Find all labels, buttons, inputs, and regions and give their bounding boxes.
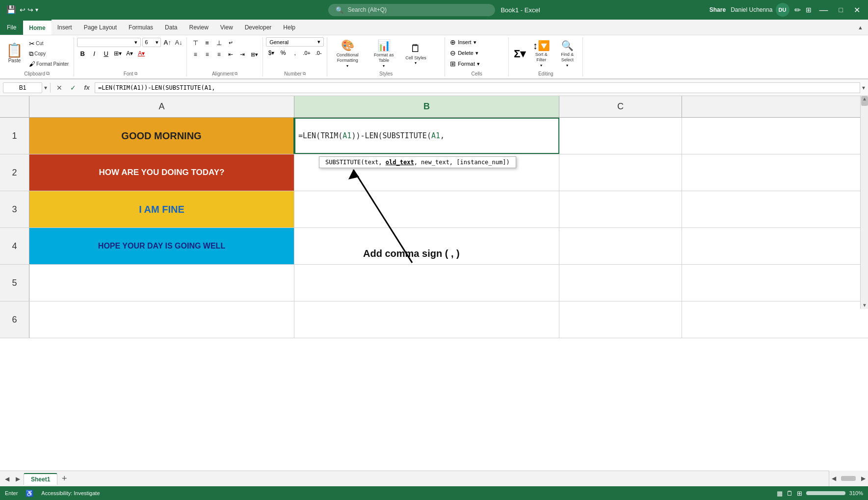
alignment-dialog-launcher[interactable]: ⧉ (235, 71, 237, 76)
delete-button[interactable]: ⊖Delete▾ (448, 48, 505, 58)
scroll-left-button[interactable]: ◀ (832, 475, 836, 482)
accounting-format-button[interactable]: $▾ (266, 48, 277, 58)
nav-prev-sheet[interactable]: ◀ (2, 474, 12, 484)
number-dialog-launcher[interactable]: ⧉ (303, 71, 306, 76)
cancel-formula-button[interactable]: ✕ (53, 82, 65, 94)
cell-ref-dropdown[interactable]: ▾ (44, 84, 47, 91)
page-break-view-button[interactable]: ⊞ (797, 490, 802, 497)
sort-filter-button[interactable]: ↕🔽 Sort & Filter ▾ (529, 38, 553, 69)
cell-c2[interactable] (559, 154, 682, 191)
cell-c4[interactable] (559, 228, 682, 264)
row-header-2[interactable]: 2 (0, 154, 29, 191)
decrease-decimal-button[interactable]: .0- (313, 48, 324, 58)
confirm-formula-button[interactable]: ✓ (67, 82, 79, 94)
formula-expand-button[interactable]: ▾ (862, 84, 865, 91)
share-button[interactable]: Share (710, 6, 726, 13)
customize-qa-icon[interactable]: ▾ (35, 6, 38, 13)
insert-function-button[interactable]: fx (81, 82, 93, 94)
tab-developer[interactable]: Developer (239, 20, 278, 35)
vertical-scrollbar[interactable]: ▲ ▼ (860, 96, 868, 309)
minimize-button[interactable]: — (816, 5, 831, 15)
undo-icon[interactable]: ↩ (20, 6, 26, 14)
number-format-dropdown[interactable]: General▾ (266, 37, 324, 47)
font-size-dropdown[interactable]: 6▾ (142, 38, 161, 47)
cell-b3[interactable] (294, 191, 559, 227)
redo-icon[interactable]: ↪ (27, 6, 33, 14)
row-header-4[interactable]: 4 (0, 228, 29, 264)
bold-button[interactable]: B (77, 48, 88, 59)
nav-next-sheet[interactable]: ▶ (13, 474, 23, 484)
tab-data[interactable]: Data (159, 20, 183, 35)
cell-b1[interactable]: =LEN(TRIM(A1))-LEN(SUBSTITUTE(A1, (294, 118, 559, 154)
align-middle-button[interactable]: ≡ (202, 37, 212, 48)
merge-cells-button[interactable]: ⊞▾ (249, 49, 260, 60)
align-right-button[interactable]: ≡ (213, 49, 224, 60)
full-screen-icon[interactable]: ⊞ (806, 6, 812, 14)
save-icon[interactable]: 💾 (5, 4, 18, 15)
autosum-button[interactable]: Σ▾ (512, 46, 527, 62)
sheet-tab-sheet1[interactable]: Sheet1 (24, 473, 57, 485)
align-bottom-button[interactable]: ⊥ (213, 37, 224, 48)
close-button[interactable]: ✕ (851, 5, 863, 15)
cell-c3[interactable] (559, 191, 682, 227)
copy-button[interactable]: ⧉Copy (27, 49, 71, 59)
cell-a4[interactable]: HOPE YOUR DAY IS GOING WELL (29, 228, 294, 264)
indent-decrease-button[interactable]: ⇤ (225, 49, 236, 60)
font-dialog-launcher[interactable]: ⧉ (134, 71, 137, 76)
font-name-dropdown[interactable]: ▾ (77, 38, 141, 47)
row-header-3[interactable]: 3 (0, 191, 29, 227)
tab-home[interactable]: Home (23, 20, 51, 35)
cut-button[interactable]: ✂Cut (27, 39, 71, 49)
cell-a5[interactable] (29, 265, 294, 301)
cell-reference-box[interactable]: B1 (3, 82, 42, 93)
column-header-b[interactable]: B (294, 96, 559, 117)
column-header-c[interactable]: C (559, 96, 682, 117)
wrap-text-button[interactable]: ↵ (225, 37, 236, 48)
align-left-button[interactable]: ≡ (190, 49, 201, 60)
underline-button[interactable]: U (101, 48, 111, 59)
cell-a1[interactable]: GOOD MORNING (29, 118, 294, 154)
clipboard-dialog-launcher[interactable]: ⧉ (46, 71, 50, 76)
format-button[interactable]: ⊞Format▾ (448, 59, 505, 69)
cell-b6[interactable] (294, 301, 559, 338)
format-as-table-button[interactable]: 📊 Format as Table ▾ (367, 38, 401, 70)
find-select-button[interactable]: 🔍 Find & Select ▾ (555, 38, 579, 69)
comma-style-button[interactable]: , (289, 48, 300, 58)
pen-icon[interactable]: ✏ (794, 5, 801, 15)
italic-button[interactable]: I (89, 48, 100, 59)
cell-c5[interactable] (559, 265, 682, 301)
tab-review[interactable]: Review (183, 20, 214, 35)
cell-a3[interactable]: I AM FINE (29, 191, 294, 227)
decrease-font-size-button[interactable]: A↓ (174, 37, 184, 47)
row-header-1[interactable]: 1 (0, 118, 29, 154)
tab-formulas[interactable]: Formulas (123, 20, 159, 35)
add-sheet-button[interactable]: + (58, 473, 70, 485)
increase-decimal-button[interactable]: .0+ (301, 48, 312, 58)
cell-c6[interactable] (559, 301, 682, 338)
cell-styles-button[interactable]: 🗒 Cell Styles ▾ (403, 41, 429, 67)
tab-view[interactable]: View (214, 20, 239, 35)
conditional-formatting-button[interactable]: 🎨 Conditional Formatting ▾ (330, 38, 365, 70)
align-top-button[interactable]: ⊤ (190, 37, 201, 48)
cell-a2[interactable]: HOW ARE YOU DOING TODAY? (29, 154, 294, 191)
tab-page-layout[interactable]: Page Layout (78, 20, 123, 35)
format-painter-button[interactable]: 🖌Format Painter (27, 59, 71, 69)
search-bar[interactable]: 🔍 Search (Alt+Q) (328, 4, 495, 16)
tab-help[interactable]: Help (277, 20, 301, 35)
cell-b5[interactable] (294, 265, 559, 301)
indent-increase-button[interactable]: ⇥ (237, 49, 248, 60)
tab-insert[interactable]: Insert (52, 20, 78, 35)
borders-button[interactable]: ⊞▾ (112, 48, 123, 59)
formula-input[interactable] (95, 82, 860, 93)
font-color-button[interactable]: A▾ (136, 48, 147, 59)
paste-button[interactable]: 📋 Paste (3, 42, 26, 65)
normal-view-button[interactable]: ▦ (777, 490, 783, 497)
page-layout-view-button[interactable]: 🗒 (787, 490, 793, 497)
align-center-button[interactable]: ≡ (202, 49, 212, 60)
scroll-right-button[interactable]: ▶ (861, 475, 866, 482)
row-header-6[interactable]: 6 (0, 301, 29, 338)
ribbon-collapse-btn[interactable]: ▲ (853, 25, 868, 30)
column-header-a[interactable]: A (29, 96, 294, 117)
insert-button[interactable]: ⊕Insert▾ (448, 37, 505, 47)
maximize-button[interactable]: □ (836, 6, 846, 14)
